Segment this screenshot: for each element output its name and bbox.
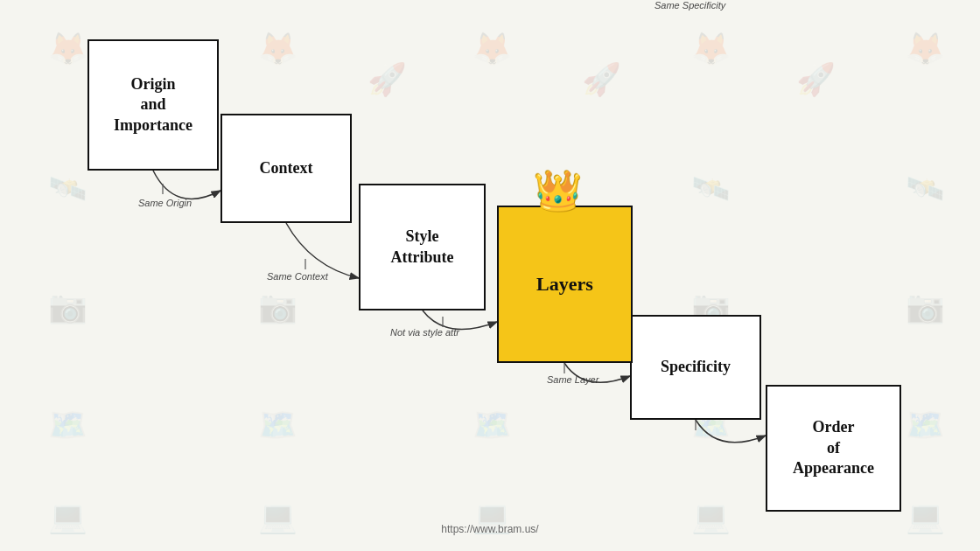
same-layer-label: Same Layer <box>547 374 598 385</box>
not-via-style-label: Not via style attr <box>390 327 459 338</box>
box-label-specificity: Specificity <box>661 357 731 377</box>
box-label-layers: Layers <box>536 272 593 297</box>
box-order: Order of Appearance <box>766 385 901 512</box>
box-origin: Origin and Importance <box>88 39 219 171</box>
box-label-context: Context <box>260 158 313 178</box>
crown-icon: 👑 <box>534 168 582 213</box>
same-specificity-label: Same Specificity <box>654 0 725 10</box>
box-label-order: Order of Appearance <box>793 417 874 478</box>
footer-url: https://www.bram.us/ <box>441 523 538 535</box>
same-context-label: Same Context <box>267 271 328 282</box>
box-specificity: Specificity <box>630 315 761 420</box>
box-context: Context <box>220 114 352 223</box>
same-origin-label: Same Origin <box>138 198 192 208</box>
box-label-style-attr: Style Attribute <box>391 227 454 268</box>
box-style-attr: Style Attribute <box>359 184 486 310</box>
box-layers: Layers <box>497 206 633 363</box>
diagram: Origin and ImportanceContextStyle Attrib… <box>0 0 980 551</box>
box-label-origin: Origin and Importance <box>114 74 192 136</box>
